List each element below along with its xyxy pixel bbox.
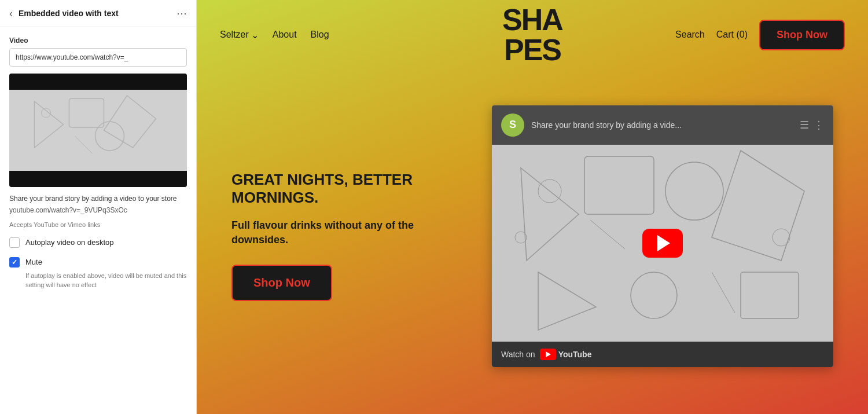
svg-marker-12 bbox=[538, 272, 596, 330]
video-thumbnail bbox=[9, 90, 187, 171]
mute-checkbox[interactable] bbox=[9, 257, 20, 268]
youtube-play-button[interactable] bbox=[642, 229, 683, 258]
video-top-bar bbox=[9, 74, 187, 90]
nav-seltzer-label: Seltzer bbox=[220, 30, 249, 40]
playlist-icon: ☰ bbox=[800, 119, 809, 131]
nav-links-right: Search Cart (0) Shop Now bbox=[532, 20, 845, 50]
svg-point-14 bbox=[631, 272, 677, 318]
svg-marker-9 bbox=[712, 151, 804, 261]
brand-logo: SHA PES bbox=[502, 5, 562, 65]
video-header-icons: ☰ ⋮ bbox=[800, 119, 824, 131]
autoplay-label[interactable]: Autoplay video on desktop bbox=[25, 238, 114, 247]
more-icon: ⋮ bbox=[814, 119, 824, 131]
nav-links-left: Seltzer ⌄ About Blog bbox=[220, 30, 532, 41]
panel-body: Video Share your brand story by adding a… bbox=[0, 27, 196, 414]
autoplay-option-row: Autoplay video on desktop bbox=[9, 237, 187, 248]
svg-rect-1 bbox=[69, 98, 104, 127]
youtube-text: YouTube bbox=[558, 350, 592, 359]
svg-marker-0 bbox=[35, 101, 64, 148]
video-preview bbox=[9, 74, 187, 187]
nav-search-link[interactable]: Search bbox=[675, 30, 705, 40]
nav-cart-link[interactable]: Cart (0) bbox=[716, 30, 748, 40]
svg-point-16 bbox=[773, 229, 790, 246]
svg-marker-6 bbox=[521, 168, 579, 261]
preview-panel: Seltzer ⌄ About Blog SHA PES Search Cart… bbox=[197, 0, 868, 414]
video-url-display: youtube.com/watch?v=_9VUPq3SxOc bbox=[9, 206, 187, 214]
panel-title: Embedded video with text bbox=[19, 9, 171, 18]
hero-text: GREAT NIGHTS, BETTER MORNINGS. Full flav… bbox=[231, 171, 457, 302]
autoplay-checkbox[interactable] bbox=[9, 237, 20, 248]
video-body bbox=[492, 145, 833, 342]
video-caption: Share your brand story by adding a video… bbox=[9, 194, 187, 204]
mute-option-row: Mute bbox=[9, 257, 187, 268]
back-button[interactable]: ‹ bbox=[9, 8, 13, 20]
svg-rect-13 bbox=[741, 272, 799, 318]
svg-rect-7 bbox=[584, 156, 654, 214]
chevron-down-icon: ⌄ bbox=[251, 30, 259, 41]
video-bottom-bar bbox=[9, 171, 187, 187]
video-field-label: Video bbox=[9, 36, 187, 45]
shopify-logo: S bbox=[501, 113, 524, 137]
settings-panel: ‹ Embedded video with text ⋯ Video bbox=[0, 0, 197, 414]
svg-point-8 bbox=[665, 162, 723, 220]
nav-link-blog[interactable]: Blog bbox=[311, 30, 329, 40]
mute-description: If autoplay is enabled above, video will… bbox=[9, 271, 187, 290]
video-embed-title: Share your brand story by adding a vide.… bbox=[531, 120, 793, 130]
more-options-button[interactable]: ⋯ bbox=[176, 7, 187, 20]
brand-name-line1: SHA bbox=[502, 5, 562, 35]
svg-line-5 bbox=[75, 136, 93, 153]
video-footer: Watch on YouTube bbox=[492, 342, 833, 367]
navbar: Seltzer ⌄ About Blog SHA PES Search Cart… bbox=[197, 0, 868, 69]
nav-link-seltzer[interactable]: Seltzer ⌄ bbox=[220, 30, 259, 41]
svg-point-2 bbox=[95, 122, 124, 151]
brand-name-line2: PES bbox=[502, 35, 562, 65]
video-embed: S Share your brand story by adding a vid… bbox=[492, 105, 833, 367]
nav-shop-now-button[interactable]: Shop Now bbox=[759, 20, 845, 50]
youtube-icon bbox=[540, 349, 556, 360]
video-hint: Accepts YouTube or Vimeo links bbox=[9, 221, 187, 228]
mute-label[interactable]: Mute bbox=[25, 258, 42, 266]
watch-on-text: Watch on bbox=[501, 350, 535, 359]
nav-link-about[interactable]: About bbox=[273, 30, 297, 40]
panel-header: ‹ Embedded video with text ⋯ bbox=[0, 0, 196, 27]
hero-section: GREAT NIGHTS, BETTER MORNINGS. Full flav… bbox=[197, 69, 868, 414]
youtube-logo: YouTube bbox=[540, 349, 592, 360]
hero-headline: GREAT NIGHTS, BETTER MORNINGS. bbox=[231, 171, 457, 207]
video-embed-header: S Share your brand story by adding a vid… bbox=[492, 105, 833, 145]
video-url-input[interactable] bbox=[9, 48, 187, 67]
shopify-logo-text: S bbox=[509, 119, 516, 131]
hero-subheadline: Full flavour drinks without any of the d… bbox=[231, 218, 457, 247]
svg-line-17 bbox=[712, 272, 735, 313]
svg-line-11 bbox=[590, 220, 625, 249]
hero-shop-now-button[interactable]: Shop Now bbox=[231, 265, 332, 301]
